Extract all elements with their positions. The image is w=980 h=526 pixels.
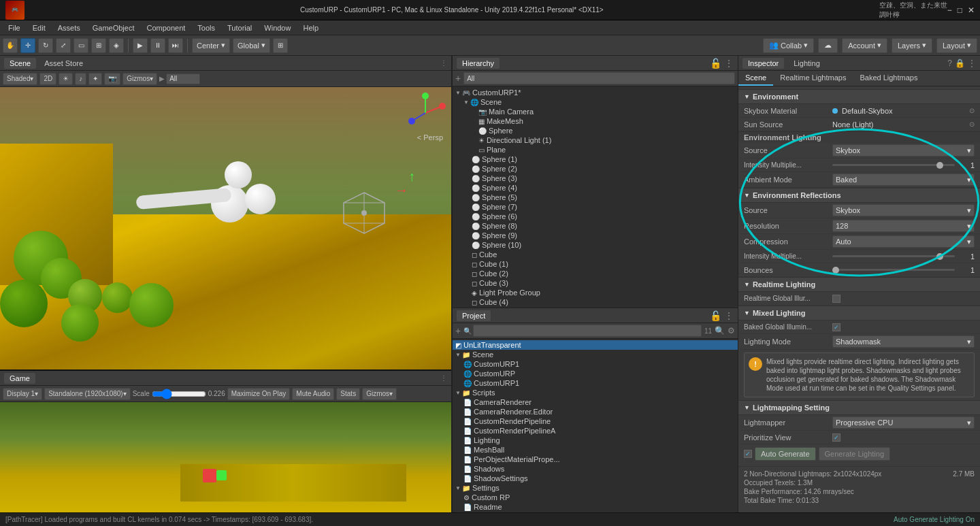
services-btn[interactable]: ☁	[818, 38, 838, 53]
hierarchy-tab[interactable]: Hierarchy	[457, 58, 500, 69]
game-options-btn[interactable]: ⋮	[440, 374, 447, 382]
search-input[interactable]	[166, 73, 200, 84]
game-viewport[interactable]	[0, 402, 451, 526]
mixed-lighting-header[interactable]: ▼ Mixed Lighting	[738, 306, 980, 320]
project-shadowsettings[interactable]: 📄 ShadowSettings	[453, 474, 738, 483]
add-project-btn[interactable]: +	[455, 325, 461, 336]
project-unlit[interactable]: ◩ UnLitTransparent	[453, 340, 738, 350]
project-customrenderpipeline[interactable]: 📄 CustomRenderPipeline	[453, 416, 738, 426]
hierarchy-sphere7[interactable]: ⚪ Sphere (7)	[453, 202, 738, 212]
refl-bounces-track[interactable]	[832, 269, 955, 271]
refl-bounces-thumb[interactable]	[832, 267, 839, 274]
hierarchy-sphere2[interactable]: ⚪ Sphere (2)	[453, 164, 738, 174]
menu-gameobject[interactable]: GameObject	[87, 22, 140, 33]
project-search[interactable]	[473, 325, 702, 337]
hierarchy-cube5[interactable]: ◻ Cube (5)	[453, 307, 738, 308]
menu-help[interactable]: Help	[297, 22, 324, 33]
environment-section-header[interactable]: ▼ Environment	[738, 89, 980, 104]
project-options-btn[interactable]: ⋮	[724, 310, 734, 321]
layout-btn[interactable]: Layout ▾	[936, 38, 977, 53]
hierarchy-sphere4[interactable]: ⚪ Sphere (4)	[453, 183, 738, 193]
project-readme[interactable]: 📄 Readme	[453, 502, 738, 512]
inspector-options-btn[interactable]: ⋮	[968, 59, 976, 68]
hierarchy-sphere[interactable]: ⚪ Sphere	[453, 126, 738, 135]
menu-tools[interactable]: Tools	[192, 22, 220, 33]
rotate-tool-btn[interactable]: ↻	[38, 38, 53, 53]
window-controls[interactable]: − □ ✕	[947, 5, 975, 15]
prioritize-view-check[interactable]: ✓	[832, 433, 840, 442]
inspector-lock-btn[interactable]: 🔒	[955, 59, 965, 68]
play-btn[interactable]: ▶	[133, 38, 148, 53]
hierarchy-lock-btn[interactable]: 🔓	[710, 58, 721, 69]
mute-audio-btn[interactable]: Mute Audio	[292, 388, 334, 400]
move-tool-btn[interactable]: ✛	[20, 38, 35, 53]
hierarchy-dirlight1[interactable]: ☀ Directional Light (1)	[453, 135, 738, 145]
gizmos-dropdown[interactable]: Gizmos ▾	[122, 73, 157, 85]
menu-tutorial[interactable]: Tutorial	[222, 22, 257, 33]
inspector-tab[interactable]: Inspector	[742, 58, 784, 69]
collab-btn[interactable]: 👥 Collab ▾	[763, 38, 814, 53]
realtime-lighting-header[interactable]: ▼ Realtime Lighting	[738, 277, 980, 292]
hierarchy-sphere5[interactable]: ⚪ Sphere (5)	[453, 193, 738, 202]
hierarchy-sphere10[interactable]: ⚪ Sphere (10)	[453, 240, 738, 250]
project-customurp1a[interactable]: 🌐 CustomURP1	[453, 359, 738, 369]
lighting-mode-dropdown[interactable]: Shadowmask ▾	[832, 335, 975, 348]
refl-intensity-track[interactable]	[832, 255, 955, 257]
hierarchy-search[interactable]	[463, 72, 735, 84]
account-btn[interactable]: Account ▾	[842, 38, 887, 53]
2d-btn[interactable]: 2D	[39, 73, 56, 85]
rect-tool-btn[interactable]: ▭	[74, 38, 88, 53]
realtime-lightmaps-tab[interactable]: Realtime Lightmaps	[773, 71, 853, 86]
hierarchy-cube2[interactable]: ◻ Cube (2)	[453, 269, 738, 278]
project-lock-btn[interactable]: 🔓	[710, 310, 721, 321]
project-perobjectmat[interactable]: 📄 PerObjectMaterialPrope...	[453, 455, 738, 464]
project-customrp[interactable]: ⚙ Custom RP	[453, 493, 738, 502]
project-scene-folder[interactable]: ▼ 📁 Scene	[453, 350, 738, 359]
grid-btn[interactable]: ⊞	[273, 38, 288, 53]
hierarchy-cube4[interactable]: ◻ Cube (4)	[453, 297, 738, 307]
shading-dropdown[interactable]: Shaded ▾	[3, 73, 37, 85]
custom-tool-btn[interactable]: ◈	[109, 38, 124, 53]
maximize-on-play-btn[interactable]: Maximize On Play	[227, 388, 291, 400]
maximize-btn[interactable]: □	[958, 5, 962, 15]
transform-tool-btn[interactable]: ⊞	[91, 38, 106, 53]
project-customurp1b[interactable]: 🌐 CustomURP1	[453, 378, 738, 388]
minimize-btn[interactable]: −	[947, 5, 952, 15]
env-intensity-track[interactable]	[832, 164, 955, 166]
lightmapper-dropdown[interactable]: Progressive CPU ▾	[832, 416, 975, 429]
sun-select-btn[interactable]: ⊙	[969, 120, 975, 128]
add-hierarchy-btn[interactable]: +	[455, 73, 461, 84]
close-btn[interactable]: ✕	[968, 5, 975, 15]
hierarchy-sphere1[interactable]: ⚪ Sphere (1)	[453, 154, 738, 164]
hierarchy-plane[interactable]: ▭ Plane	[453, 145, 738, 154]
game-tab[interactable]: Game	[4, 373, 35, 384]
project-scripts-folder[interactable]: ▼ 📁 Scripts	[453, 388, 738, 397]
ambient-mode-dropdown[interactable]: Baked ▾	[832, 174, 975, 186]
lightmapping-header[interactable]: ▼ Lightmapping Setting	[738, 400, 980, 415]
scene-lighting-tab[interactable]: Scene	[738, 71, 773, 86]
scale-slider[interactable]	[152, 389, 206, 399]
global-dropdown[interactable]: Global ▾	[233, 38, 270, 53]
project-camrendereditor[interactable]: 📄 CameraRenderer.Editor	[453, 407, 738, 416]
env-reflections-header[interactable]: ▼ Environment Reflections	[738, 188, 980, 203]
generate-lighting-btn[interactable]: Generate Lighting	[819, 447, 890, 461]
standalone-dropdown[interactable]: Standalone (1920x1080) ▾	[44, 388, 131, 400]
refl-intensity-thumb[interactable]	[936, 253, 943, 260]
skybox-select-btn[interactable]: ⊙	[969, 107, 975, 114]
project-camrenderer[interactable]: 📄 CameraRenderer	[453, 397, 738, 407]
hand-tool-btn[interactable]: ✋	[3, 38, 18, 53]
baked-global-check[interactable]: ✓	[832, 323, 840, 331]
hierarchy-makemesh[interactable]: ▦ MakeMesh	[453, 116, 738, 126]
hierarchy-sphere9[interactable]: ⚪ Sphere (9)	[453, 231, 738, 240]
display-dropdown[interactable]: Display 1 ▾	[3, 388, 42, 400]
menu-window[interactable]: Window	[259, 22, 296, 33]
stats-btn[interactable]: Stats	[336, 388, 360, 400]
hierarchy-options-btn[interactable]: ⋮	[724, 58, 734, 69]
scene-cam-btn[interactable]: 📷	[104, 73, 120, 85]
menu-assets[interactable]: Assets	[52, 22, 86, 33]
fx-toggle[interactable]: ✦	[88, 73, 102, 85]
refl-source-dropdown[interactable]: Skybox ▾	[832, 204, 975, 216]
project-shadows-script[interactable]: 📄 Shadows	[453, 464, 738, 474]
menu-edit[interactable]: Edit	[27, 22, 51, 33]
hierarchy-item-scene[interactable]: ▼ 🌐 Scene	[453, 97, 738, 107]
